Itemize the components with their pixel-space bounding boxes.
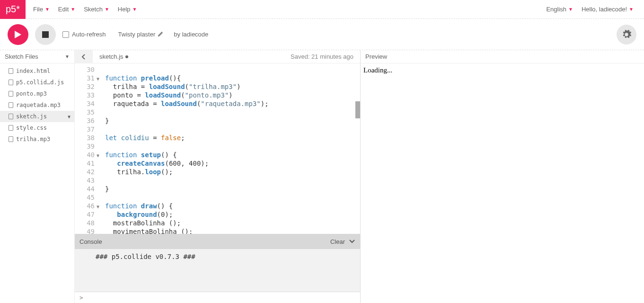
menu-sketch-label: Sketch: [84, 6, 103, 13]
menu-help[interactable]: Help▼: [116, 4, 139, 15]
file-icon: [9, 102, 13, 108]
code-line[interactable]: [105, 193, 360, 202]
menu-help-label: Help: [118, 6, 131, 13]
preview-body: Loading...: [361, 63, 644, 303]
code-line[interactable]: }: [105, 185, 360, 193]
language-selector[interactable]: English▼: [544, 4, 575, 15]
menu-file-label: File: [33, 6, 43, 13]
sidebar: Sketch Files ▼ index.htmlp5.collid…d.jsp…: [0, 50, 75, 303]
caret-down-icon: ▼: [132, 7, 137, 12]
code-line[interactable]: [105, 142, 360, 151]
caret-down-icon: ▼: [568, 7, 573, 12]
user-menu-group: English▼ Hello, ladiecode!▼: [544, 4, 644, 15]
code-line[interactable]: [105, 176, 360, 185]
code-editor[interactable]: 3031▼323334353637383940▼414243444546▼474…: [75, 63, 360, 234]
file-icon: [9, 68, 13, 74]
code-body[interactable]: function preload(){ trilha = loadSound("…: [97, 63, 360, 234]
code-line[interactable]: ponto = loadSound("ponto.mp3"): [105, 91, 360, 99]
code-line[interactable]: raquetada = loadSound("raquetada.mp3");: [105, 99, 360, 108]
file-icon: [9, 114, 13, 119]
sketch-name-text: Twisty plaster: [118, 31, 156, 38]
caret-down-icon: ▼: [71, 7, 75, 12]
file-icon: [9, 80, 13, 85]
code-line[interactable]: [105, 108, 360, 116]
code-line[interactable]: mostraBolinha ();: [105, 219, 360, 227]
svg-marker-0: [15, 31, 21, 38]
code-line[interactable]: [105, 125, 360, 134]
preview-column: Preview Loading...: [361, 50, 644, 303]
menu-edit[interactable]: Edit▼: [56, 4, 77, 15]
file-item[interactable]: raquetada.mp3: [0, 99, 74, 111]
main-area: Sketch Files ▼ index.htmlp5.collid…d.jsp…: [0, 50, 644, 303]
caret-down-icon: ▼: [105, 7, 109, 12]
file-tab-label: sketch.js: [99, 53, 124, 60]
file-icon: [9, 91, 13, 97]
file-item[interactable]: trilha.mp3: [0, 134, 74, 145]
file-icon: [9, 136, 13, 142]
chevron-left-icon: [81, 53, 86, 60]
clear-console-button[interactable]: Clear: [330, 238, 345, 245]
fold-icon[interactable]: ▼: [97, 75, 99, 83]
main-menu: File▼ Edit▼ Sketch▼ Help▼: [26, 4, 544, 15]
code-line[interactable]: trilha = loadSound("trilha.mp3"): [105, 82, 360, 91]
stop-icon: [42, 31, 49, 38]
file-name-label: style.css: [16, 125, 47, 131]
line-gutter: 3031▼323334353637383940▼414243444546▼474…: [75, 63, 97, 234]
checkbox-icon[interactable]: [62, 31, 69, 38]
console-header: Console Clear: [75, 234, 360, 249]
auto-refresh-toggle[interactable]: Auto-refresh: [62, 31, 106, 38]
menu-sketch[interactable]: Sketch▼: [82, 4, 111, 15]
caret-down-icon: ▼: [629, 7, 634, 12]
file-item[interactable]: p5.collid…d.js: [0, 77, 74, 88]
settings-button[interactable]: [617, 25, 636, 45]
play-button[interactable]: [8, 24, 28, 45]
file-name-label: trilha.mp3: [16, 136, 50, 143]
sidebar-header[interactable]: Sketch Files ▼: [0, 50, 74, 63]
code-line[interactable]: }: [105, 116, 360, 125]
sketch-name[interactable]: Twisty plaster: [118, 31, 164, 38]
code-line[interactable]: function setup() {: [105, 151, 360, 159]
scrollbar-thumb[interactable]: [355, 101, 360, 118]
fold-icon[interactable]: ▼: [97, 152, 99, 160]
logo[interactable]: p5*: [0, 0, 26, 19]
greeting-label: Hello, ladiecode!: [582, 6, 627, 13]
menu-edit-label: Edit: [58, 6, 69, 13]
code-line[interactable]: trilha.loop();: [105, 168, 360, 176]
unsaved-indicator-icon: [125, 55, 128, 58]
console-title: Console: [79, 238, 102, 245]
caret-down-icon[interactable]: ▼: [68, 114, 71, 119]
toolbar: Auto-refresh Twisty plaster by ladiecode: [0, 19, 644, 50]
code-line[interactable]: movimentaBolinha ();: [105, 227, 360, 234]
file-tab[interactable]: sketch.js: [93, 53, 135, 60]
file-item[interactable]: index.html: [0, 65, 74, 77]
sidebar-title: Sketch Files: [5, 53, 38, 60]
file-item[interactable]: sketch.js▼: [0, 111, 74, 122]
stop-button[interactable]: [35, 24, 56, 45]
collapse-sidebar-button[interactable]: [75, 50, 93, 63]
code-line[interactable]: function draw() {: [105, 202, 360, 210]
file-name-label: ponto.mp3: [16, 90, 47, 97]
top-nav: p5* File▼ Edit▼ Sketch▼ Help▼ English▼ H…: [0, 0, 644, 19]
code-line[interactable]: createCanvas(600, 400);: [105, 159, 360, 168]
user-menu[interactable]: Hello, ladiecode!▼: [580, 4, 635, 15]
console-output: ### p5.collide v0.7.3 ###: [75, 249, 360, 292]
language-label: English: [546, 6, 566, 13]
file-name-label: p5.collid…d.js: [16, 79, 64, 86]
byline: by ladiecode: [174, 31, 208, 38]
editor-header: sketch.js Saved: 21 minutes ago: [75, 50, 360, 63]
editor-column: sketch.js Saved: 21 minutes ago 3031▼323…: [75, 50, 361, 303]
fold-icon[interactable]: ▼: [97, 203, 99, 211]
file-name-label: raquetada.mp3: [16, 102, 61, 108]
file-item[interactable]: ponto.mp3: [0, 88, 74, 99]
code-line[interactable]: [105, 65, 360, 74]
code-line[interactable]: background(0);: [105, 210, 360, 219]
code-line[interactable]: let colidiu = false;: [105, 134, 360, 142]
chevron-down-icon[interactable]: [349, 239, 355, 244]
preview-header: Preview: [361, 50, 644, 63]
saved-status: Saved: 21 minutes ago: [291, 53, 360, 60]
file-icon: [9, 125, 13, 131]
file-item[interactable]: style.css: [0, 122, 74, 134]
menu-file[interactable]: File▼: [31, 4, 52, 15]
code-line[interactable]: function preload(){: [105, 74, 360, 82]
console-input[interactable]: >: [75, 292, 360, 303]
